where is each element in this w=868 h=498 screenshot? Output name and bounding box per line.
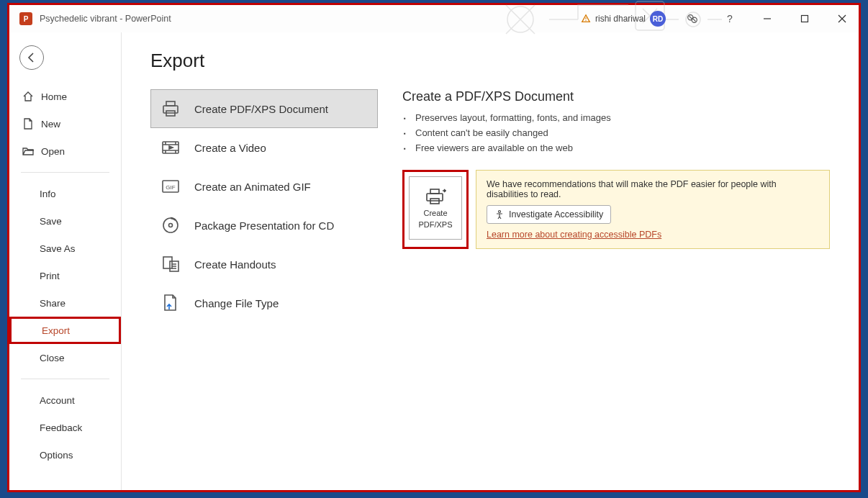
- bullet-item: Content can't be easily changed: [415, 125, 830, 140]
- svg-rect-11: [163, 106, 178, 113]
- create-pdf-xps-button[interactable]: Create PDF/XPS: [409, 176, 462, 240]
- option-label: Package Presentation for CD: [194, 219, 334, 232]
- nav-info[interactable]: Info: [9, 180, 121, 207]
- maximize-button[interactable]: [788, 5, 821, 32]
- nav-options[interactable]: Options: [9, 441, 121, 468]
- titlebar: P Psychedelic vibrant - PowerPoint rishi…: [9, 5, 859, 32]
- nav-open[interactable]: Open: [9, 137, 121, 165]
- nav-label: Print: [40, 271, 60, 281]
- back-button[interactable]: [19, 45, 44, 70]
- nav-separator: [21, 379, 109, 379]
- close-button[interactable]: [826, 5, 859, 32]
- nav-label: Home: [41, 91, 67, 102]
- new-doc-icon: [22, 118, 34, 130]
- svg-rect-8: [802, 16, 808, 22]
- minimize-button[interactable]: [751, 5, 784, 32]
- option-change-file-type[interactable]: Change File Type: [150, 284, 378, 322]
- recommendation-text: We have recommendations that will make t…: [487, 179, 819, 199]
- main-content: Export Create PDF/XPS Document Create a …: [122, 32, 859, 490]
- help-button[interactable]: ?: [713, 5, 746, 32]
- nav-print[interactable]: Print: [9, 262, 121, 289]
- video-icon: [160, 137, 181, 158]
- user-name: rishi dhariwal: [595, 14, 646, 24]
- action-row: Create PDF/XPS We have recommendations t…: [402, 170, 830, 249]
- nav-label: Options: [40, 450, 73, 461]
- option-label: Create Handouts: [194, 258, 276, 271]
- backstage-sidebar: Home New Open Info Save Save As Print Sh…: [9, 32, 122, 490]
- svg-rect-12: [166, 101, 175, 106]
- svg-rect-22: [430, 189, 439, 194]
- window-frame: P Psychedelic vibrant - PowerPoint rishi…: [7, 3, 861, 492]
- detail-heading: Create a PDF/XPS Document: [402, 89, 830, 104]
- nav-label: Account: [40, 395, 75, 406]
- nav-account[interactable]: Account: [9, 386, 121, 414]
- nav-label: New: [41, 119, 60, 130]
- nav-label: Info: [40, 189, 56, 199]
- svg-point-3: [585, 20, 586, 21]
- investigate-accessibility-button[interactable]: Investigate Accessibility: [487, 205, 611, 224]
- filetype-icon: [160, 292, 181, 314]
- printer-arrow-icon: [425, 187, 446, 206]
- svg-rect-4: [585, 17, 586, 19]
- nav-new[interactable]: New: [9, 110, 121, 137]
- gif-icon: GIF: [160, 176, 181, 197]
- coming-soon-button[interactable]: [676, 5, 709, 32]
- nav-feedback[interactable]: Feedback: [9, 414, 121, 441]
- option-label: Create PDF/XPS Document: [194, 103, 328, 115]
- big-button-line2: PDF/XPS: [418, 220, 452, 229]
- nav-save-as[interactable]: Save As: [9, 235, 121, 262]
- titlebar-right-controls: rishi dhariwal RD ?: [581, 5, 859, 32]
- bullet-item: Preserves layout, formatting, fonts, and…: [415, 110, 830, 125]
- option-create-handouts[interactable]: Create Handouts: [150, 245, 378, 284]
- learn-more-link[interactable]: Learn more about creating accessible PDF…: [487, 230, 661, 240]
- nav-label: Save As: [40, 243, 76, 254]
- home-icon: [22, 91, 34, 102]
- printer-icon: [160, 98, 181, 119]
- svg-rect-21: [427, 194, 443, 201]
- svg-point-24: [499, 211, 501, 213]
- nav-home[interactable]: Home: [9, 83, 121, 110]
- big-button-line1: Create: [423, 209, 447, 217]
- detail-bullets: Preserves layout, formatting, fonts, and…: [415, 110, 830, 155]
- bullet-item: Free viewers are available on the web: [415, 140, 830, 155]
- handouts-icon: [160, 253, 181, 275]
- nav-label: Feedback: [40, 422, 82, 433]
- option-create-gif[interactable]: GIF Create an Animated GIF: [150, 167, 378, 206]
- option-create-video[interactable]: Create a Video: [150, 128, 378, 167]
- nav-save[interactable]: Save: [9, 207, 121, 235]
- body-area: Home New Open Info Save Save As Print Sh…: [9, 32, 859, 490]
- page-title: Export: [150, 50, 830, 72]
- user-account-block[interactable]: rishi dhariwal RD: [581, 11, 666, 27]
- export-options-list: Create PDF/XPS Document Create a Video G…: [150, 89, 378, 322]
- svg-text:GIF: GIF: [166, 184, 175, 191]
- option-create-pdf-xps[interactable]: Create PDF/XPS Document: [150, 89, 378, 128]
- app-window: P Psychedelic vibrant - PowerPoint rishi…: [9, 5, 859, 490]
- export-columns: Create PDF/XPS Document Create a Video G…: [150, 89, 830, 322]
- create-pdf-xps-highlight: Create PDF/XPS: [402, 170, 469, 249]
- warning-icon: [581, 14, 591, 24]
- option-package-cd[interactable]: Package Presentation for CD: [150, 206, 378, 245]
- cd-icon: [160, 214, 181, 236]
- svg-rect-19: [163, 257, 172, 268]
- accessibility-info-panel: We have recommendations that will make t…: [476, 170, 830, 249]
- open-folder-icon: [22, 145, 34, 157]
- svg-point-18: [169, 224, 173, 227]
- powerpoint-app-icon: P: [19, 12, 32, 25]
- nav-export[interactable]: Export: [9, 317, 121, 344]
- nav-label: Export: [42, 325, 70, 336]
- nav-label: Save: [40, 216, 62, 227]
- nav-label: Share: [40, 298, 65, 309]
- option-label: Change File Type: [194, 297, 279, 309]
- nav-label: Close: [40, 353, 65, 363]
- investigate-label: Investigate Accessibility: [509, 209, 603, 219]
- nav-share[interactable]: Share: [9, 289, 121, 317]
- nav-close[interactable]: Close: [9, 344, 121, 371]
- accessibility-icon: [494, 209, 505, 219]
- svg-point-0: [507, 6, 533, 32]
- export-detail-panel: Create a PDF/XPS Document Preserves layo…: [402, 89, 830, 322]
- avatar: RD: [650, 11, 666, 27]
- window-title: Psychedelic vibrant - PowerPoint: [40, 14, 171, 24]
- nav-label: Open: [41, 146, 65, 157]
- nav-separator: [21, 172, 109, 173]
- option-label: Create a Video: [194, 142, 266, 154]
